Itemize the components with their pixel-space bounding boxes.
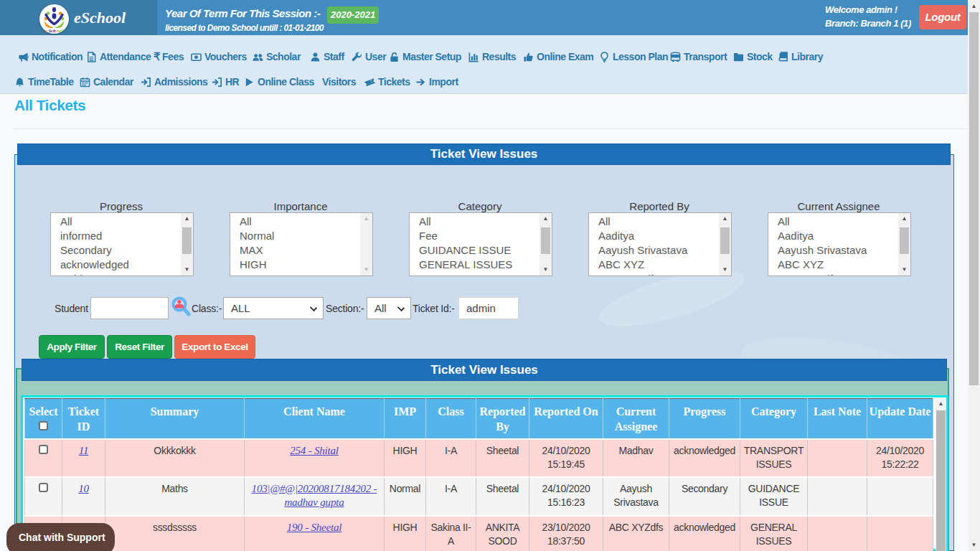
- svg-text:ool: ool: [57, 28, 63, 33]
- svg-text:Sch: Sch: [49, 28, 57, 33]
- svg-text:e: e: [46, 28, 48, 33]
